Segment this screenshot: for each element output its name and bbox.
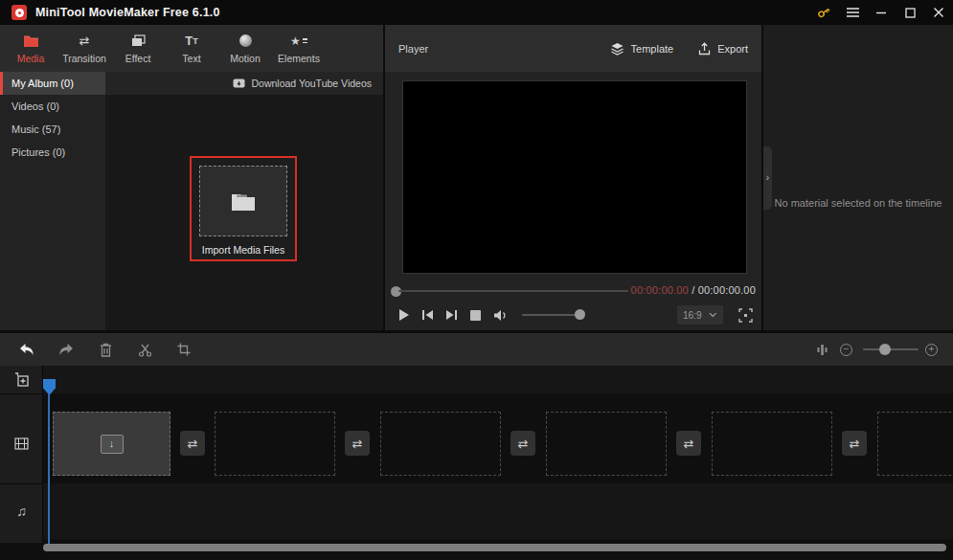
track-height-icon [816,344,828,356]
play-button[interactable] [395,305,414,325]
undo-button[interactable] [16,339,37,360]
sidebar-item-music[interactable]: Music (57) [0,118,105,141]
folder-icon [231,191,256,211]
timeline-toolbar: − + [0,333,953,366]
export-button[interactable]: Export [698,42,748,56]
redo-button[interactable] [56,339,77,360]
fullscreen-icon [738,308,753,323]
next-frame-button[interactable] [442,305,461,325]
timeline-panel: ♫ ↓ ⇄ ⇄ ⇄ ⇄ ⇄ [0,366,953,560]
video-preview [402,80,747,274]
trash-icon [100,343,112,357]
clip-download-icon: ↓ [101,435,124,454]
add-track-icon[interactable] [0,371,43,387]
export-label: Export [717,43,748,55]
title-bar: MiniTool MovieMaker Free 6.1.0 [0,0,953,25]
tab-text[interactable]: TT Text [165,25,218,72]
transition-slot-button[interactable]: ⇄ [842,431,867,456]
import-media-files-label: Import Media Files [202,244,284,256]
transition-slot-button[interactable]: ⇄ [676,431,701,456]
scissors-icon [138,343,152,357]
timeline-clip-placeholder[interactable] [380,412,501,476]
timeline-clip-placeholder[interactable] [546,412,667,476]
timeline-ruler[interactable] [0,366,953,393]
tab-label: Transition [62,53,106,64]
transition-slot-button[interactable]: ⇄ [180,431,205,456]
transition-slot-button[interactable]: ⇄ [511,431,535,456]
app-logo-icon [11,5,27,20]
tab-media[interactable]: Media [4,25,57,72]
volume-button[interactable] [490,305,510,325]
minimize-icon[interactable] [867,0,896,25]
split-button[interactable] [134,339,155,360]
property-panel: › No material selected on the timeline [763,25,953,330]
audio-track-icon[interactable]: ♫ [0,504,43,519]
timeline-zoom-controls: − + [800,333,953,366]
chevron-right-icon: › [766,173,769,183]
horizontal-scrollbar[interactable] [43,544,946,551]
window-title: MiniTool MovieMaker Free 6.1.0 [35,6,220,19]
app-window: MiniTool MovieMaker Free 6.1.0 [0,0,953,560]
playback-controls: 16:9 [385,305,761,325]
sidebar-item-my-album[interactable]: My Album (0) [0,72,105,95]
previous-frame-button[interactable] [418,305,437,325]
timeline-clip-placeholder[interactable] [712,412,832,476]
media-folder-icon [23,34,39,49]
register-key-icon[interactable] [809,0,838,25]
timeline-clip-placeholder[interactable] [877,412,953,476]
delete-button[interactable] [95,339,116,360]
audio-track-lane[interactable] [43,483,953,539]
seek-slider[interactable] [398,290,628,292]
track-height-button[interactable] [811,339,832,360]
import-media-highlight: Import Media Files [190,156,297,261]
zoom-out-button[interactable]: − [840,344,852,356]
time-divider: / [689,284,698,296]
playhead-line [48,394,50,544]
template-layers-icon [610,42,624,56]
template-label: Template [631,43,674,55]
aspect-ratio-value: 16:9 [683,310,701,321]
player-header: Player Template Export [385,25,761,72]
redo-icon [58,343,74,356]
stop-icon [470,310,481,321]
close-icon[interactable] [924,0,953,25]
stop-button[interactable] [465,305,485,325]
empty-selection-message: No material selected on the timeline [763,197,953,209]
sidebar-item-videos[interactable]: Videos (0) [0,95,105,118]
maximize-icon[interactable] [896,0,924,25]
tab-label: Effect [125,53,151,64]
play-icon [398,308,410,322]
timeline-clip-placeholder[interactable]: ↓ [53,412,170,476]
motion-sphere-icon [239,34,252,49]
zoom-slider-thumb[interactable] [879,344,891,355]
tab-elements[interactable]: ★ Elements [272,25,326,72]
library-tab-bar: Media ⇄ Transition Effect TT Text Motion… [0,25,383,72]
chevron-down-icon [709,312,717,318]
template-button[interactable]: Template [610,42,674,56]
aspect-ratio-select[interactable]: 16:9 [677,305,723,325]
download-youtube-link[interactable]: Download YouTube Videos [251,78,372,89]
volume-icon [493,309,508,322]
video-track-icon[interactable] [0,436,43,451]
sidebar-item-pictures[interactable]: Pictures (0) [0,141,105,164]
zoom-slider[interactable] [863,348,919,350]
transition-slot-button[interactable]: ⇄ [345,431,370,456]
tab-effect[interactable]: Effect [111,25,165,72]
import-media-files-button[interactable] [199,166,287,236]
menu-icon[interactable] [838,0,867,25]
total-time: 00:00:00.00 [698,284,756,296]
elements-star-icon: ★ [290,34,307,49]
tab-motion[interactable]: Motion [218,25,272,72]
fullscreen-button[interactable] [736,305,755,325]
crop-button[interactable] [173,339,194,360]
player-title: Player [398,43,428,55]
volume-slider-thumb[interactable] [575,309,585,320]
tab-transition[interactable]: ⇄ Transition [57,25,111,72]
timeline-clip-placeholder[interactable] [215,412,335,476]
next-frame-icon [445,309,458,321]
transition-arrows-icon: ⇄ [79,34,90,49]
zoom-in-button[interactable]: + [925,344,938,356]
text-tt-icon: TT [185,34,197,49]
undo-icon [19,343,34,356]
tab-label: Media [17,53,45,64]
